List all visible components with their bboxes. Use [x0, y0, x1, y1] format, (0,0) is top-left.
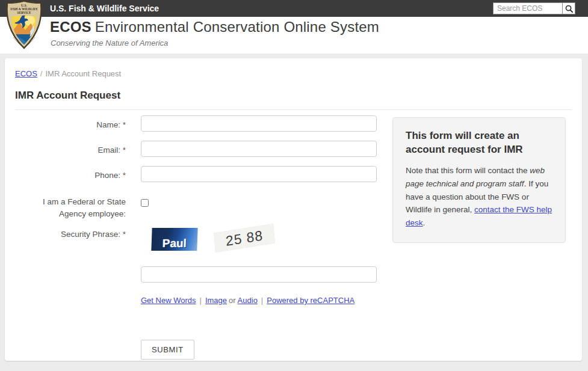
captcha-word-1: Paul — [151, 228, 197, 251]
breadcrumb-ecos-link[interactable]: ECOS — [15, 69, 37, 78]
note-text-1: Note that this form will contact the — [406, 166, 530, 175]
employee-row: I am a Federal or State Agency employee: — [15, 195, 388, 219]
email-label: Email: * — [15, 141, 126, 157]
search-icon — [565, 5, 573, 13]
app-acronym: ECOS — [50, 19, 91, 35]
captcha-links: Get New Words|ImageorAudio|Powered by re… — [141, 295, 354, 305]
info-box-title: This form will create an account request… — [406, 129, 552, 157]
agency-name: U.S. Fish & Wildlife Service — [50, 4, 159, 13]
search-input[interactable] — [493, 2, 562, 14]
powered-by-recaptcha-link[interactable]: Powered by reCAPTCHA — [267, 296, 354, 305]
masthead: ECOSEnvironmental Conservation Online Sy… — [0, 17, 588, 54]
search-button[interactable] — [562, 2, 575, 14]
fws-shield-icon: U.S. FISH & WILDLIFE SERVICE — [5, 41, 43, 51]
site-title: ECOSEnvironmental Conservation Online Sy… — [50, 19, 379, 35]
fws-logo[interactable]: U.S. FISH & WILDLIFE SERVICE — [5, 0, 43, 49]
captcha-image: Paul 25 88 — [141, 225, 274, 253]
captcha-links-row: Get New Words|ImageorAudio|Powered by re… — [15, 295, 388, 319]
svg-text:SERVICE: SERVICE — [17, 11, 31, 14]
phone-row: Phone: * — [15, 166, 388, 182]
imr-account-request-form: Name: * Email: * Phone: * I am a Federal… — [15, 115, 388, 360]
captcha-image-link[interactable]: Image — [205, 296, 227, 305]
info-box-note: Note that this form will contact the web… — [406, 164, 552, 230]
submit-row: SUBMIT — [15, 340, 388, 360]
site-tagline: Conserving the Nature of America — [51, 38, 168, 48]
security-phrase-label: Security Phrase: * — [15, 225, 126, 253]
app-full-name: Environmental Conservation Online System — [95, 19, 379, 35]
security-phrase-input[interactable] — [141, 266, 377, 283]
email-row: Email: * — [15, 141, 388, 157]
phone-input[interactable] — [141, 166, 377, 182]
breadcrumb-current: IMR Account Request — [45, 69, 121, 78]
phone-label: Phone: * — [15, 166, 126, 182]
security-phrase-row: Security Phrase: * Paul 25 88 — [15, 225, 388, 253]
name-row: Name: * — [15, 115, 388, 132]
breadcrumb-separator: / — [40, 69, 43, 78]
get-new-words-link[interactable]: Get New Words — [141, 296, 196, 305]
email-input[interactable] — [141, 141, 377, 157]
employee-label: I am a Federal or State Agency employee: — [15, 195, 126, 219]
federal-employee-checkbox[interactable] — [141, 199, 149, 207]
title-divider — [15, 109, 572, 110]
top-bar: U.S. Fish & Wildlife Service — [0, 0, 588, 17]
breadcrumb: ECOS/IMR Account Request — [15, 69, 572, 78]
site-search — [493, 2, 575, 14]
content-card: ECOS/IMR Account Request IMR Account Req… — [5, 58, 582, 361]
captcha-answer-row — [15, 266, 388, 283]
captcha-audio-link[interactable]: Audio — [238, 296, 258, 305]
name-input[interactable] — [141, 115, 377, 132]
page-title: IMR Account Request — [15, 90, 572, 102]
name-label: Name: * — [15, 115, 126, 132]
note-text-3: . — [423, 218, 426, 227]
captcha-word-2: 25 88 — [214, 224, 275, 253]
submit-button[interactable]: SUBMIT — [141, 340, 194, 360]
info-box: This form will create an account request… — [392, 117, 566, 243]
